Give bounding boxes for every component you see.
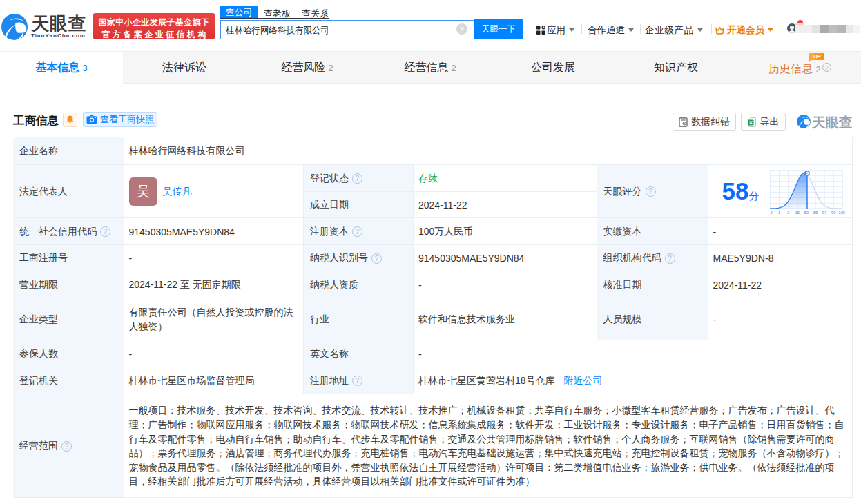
svg-text:99: 99 xyxy=(831,211,835,215)
svg-text:100: 100 xyxy=(838,211,845,215)
svg-text:0: 0 xyxy=(770,211,772,215)
svg-text:85: 85 xyxy=(813,211,817,215)
svg-text:50: 50 xyxy=(804,211,808,215)
svg-text:1: 1 xyxy=(777,211,780,215)
svg-text:97: 97 xyxy=(822,211,826,215)
svg-text:15: 15 xyxy=(795,211,799,215)
svg-text:3: 3 xyxy=(786,211,789,215)
